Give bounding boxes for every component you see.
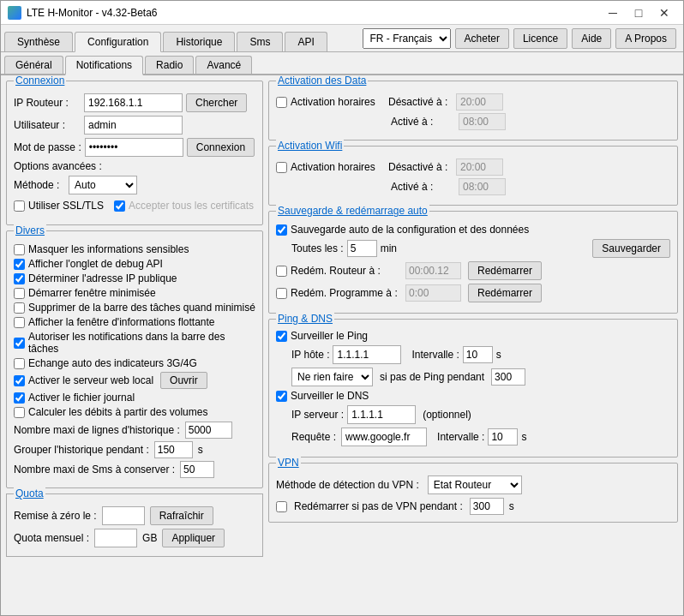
vpn-redem-unit: s: [509, 500, 514, 512]
chercher-button[interactable]: Chercher: [186, 93, 247, 112]
ping-checkbox[interactable]: [276, 331, 287, 342]
left-panel: Connexion IP Routeur : Chercher Utilisat…: [6, 81, 263, 610]
grouper-input[interactable]: [154, 441, 193, 458]
ip-hote-input[interactable]: [333, 345, 401, 364]
divers-cb-4[interactable]: [14, 302, 25, 314]
active-label: Activé à :: [391, 116, 455, 128]
toutes-label: Toutes les :: [291, 242, 344, 254]
divers-cb-2[interactable]: [14, 273, 25, 284]
sauv-auto-checkbox[interactable]: [276, 224, 287, 236]
ssl-checkbox[interactable]: [14, 200, 25, 212]
ip-hote-label: IP hôte :: [291, 349, 329, 361]
act-data-checkbox[interactable]: [276, 97, 287, 108]
divers-cb-8[interactable]: [14, 375, 25, 386]
methode-label: Méthode :: [14, 179, 65, 191]
licence-button[interactable]: Licence: [513, 28, 567, 49]
tab-historique[interactable]: Historique: [163, 32, 235, 51]
accept-checkbox[interactable]: [114, 200, 125, 212]
tab-sms[interactable]: Sms: [237, 32, 283, 51]
requete-input[interactable]: [341, 428, 427, 446]
connexion-title[interactable]: Connexion: [14, 75, 66, 87]
redem-prog-input[interactable]: [405, 284, 461, 302]
divers-cb-0[interactable]: [14, 244, 25, 255]
active-input[interactable]: [459, 113, 506, 130]
redemarrer2-button[interactable]: Redémarrer: [468, 284, 542, 302]
ssl-label: Utiliser SSL/TLS: [28, 200, 104, 212]
nb-sms-input[interactable]: [180, 461, 214, 478]
divers-cb-1[interactable]: [14, 259, 25, 270]
vpn-methode-select[interactable]: Etat Routeur IP Externe: [428, 475, 522, 494]
language-select[interactable]: FR - Français: [363, 28, 451, 49]
ip-serveur-input[interactable]: [347, 405, 416, 424]
sub-tab-radio[interactable]: Radio: [145, 56, 194, 74]
redem-routeur-input[interactable]: [405, 262, 461, 279]
intervalle-input[interactable]: [463, 346, 493, 363]
sauvegarder-button[interactable]: Sauvegarder: [592, 239, 670, 258]
remise-input[interactable]: [102, 506, 145, 525]
close-button[interactable]: ✕: [652, 3, 676, 22]
divers-cb-3[interactable]: [14, 288, 25, 299]
vpn-methode-label: Méthode de détection du VPN :: [276, 479, 419, 491]
maximize-button[interactable]: □: [627, 3, 651, 22]
vpn-redem-checkbox[interactable]: [276, 501, 287, 512]
sauv-auto-label: Sauvegarde auto de la configuration et d…: [291, 224, 529, 236]
minimize-button[interactable]: ─: [601, 3, 625, 22]
sub-tab-avance[interactable]: Avancé: [195, 56, 252, 74]
vpn-title[interactable]: VPN: [276, 457, 301, 469]
act-data-label: Activation horaires: [291, 96, 385, 108]
active-wifi-input[interactable]: [459, 178, 506, 195]
redem-prog-checkbox[interactable]: [276, 288, 287, 299]
si-pas-input[interactable]: [491, 368, 525, 386]
title-bar: LTE H-Monitor - v4.32-Beta6 ─ □ ✕: [1, 1, 683, 25]
pass-label: Mot de passe :: [14, 141, 81, 153]
action-select[interactable]: Ne rien faire Redémarrer Reconnecter: [291, 368, 373, 386]
divers-cb-7[interactable]: [14, 358, 25, 369]
acheter-button[interactable]: Acheter: [455, 28, 509, 49]
divers-label-1: Afficher l'onglet de debug API: [28, 258, 163, 270]
intervalle2-input[interactable]: [488, 428, 518, 446]
desactive-wifi-input[interactable]: [456, 158, 503, 176]
tab-configuration[interactable]: Configuration: [75, 32, 161, 52]
nb-lignes-input[interactable]: [185, 422, 232, 439]
tab-api[interactable]: API: [285, 32, 327, 51]
ouvrir-button[interactable]: Ouvrir: [160, 372, 207, 389]
connexion-button[interactable]: Connexion: [187, 138, 255, 157]
divers-label-6: Autoriser les notifications dans la barr…: [28, 331, 255, 355]
toutes-input[interactable]: [347, 240, 377, 257]
tab-synthese[interactable]: Synthèse: [4, 32, 73, 51]
redem-routeur-checkbox[interactable]: [276, 266, 287, 277]
remise-label: Remise à zéro le :: [14, 510, 97, 522]
user-input[interactable]: [84, 116, 183, 135]
activation-data-title[interactable]: Activation des Data: [276, 75, 368, 87]
ip-input[interactable]: [84, 93, 183, 112]
apropos-button[interactable]: A Propos: [615, 28, 676, 49]
desactive-input[interactable]: [456, 93, 503, 111]
methode-select[interactable]: Auto Manuel: [69, 176, 137, 194]
divers-cb-5[interactable]: [14, 317, 25, 328]
dns-checkbox[interactable]: [276, 391, 287, 402]
desactive-label: Désactivé à :: [388, 96, 453, 108]
vpn-redem-input[interactable]: [470, 498, 504, 515]
divers-cb-10[interactable]: [14, 407, 25, 418]
quota-mensuel-input[interactable]: [94, 529, 137, 547]
sauvegarde-title[interactable]: Sauvegarde & redémarrage auto: [276, 205, 429, 217]
intervalle2-unit: s: [521, 431, 526, 443]
pass-input[interactable]: [85, 138, 183, 157]
appliquer-button[interactable]: Appliquer: [162, 529, 225, 547]
sub-tab-general[interactable]: Général: [4, 56, 63, 74]
divers-cb-9[interactable]: [14, 392, 25, 404]
accept-label: Accepter tous les certificats: [129, 200, 254, 212]
divers-label-0: Masquer les informations sensibles: [28, 243, 189, 255]
quota-title[interactable]: Quota: [14, 487, 45, 499]
activation-wifi-title[interactable]: Activation Wifi: [276, 140, 344, 152]
act-wifi-checkbox[interactable]: [276, 162, 287, 173]
aide-button[interactable]: Aide: [572, 28, 611, 49]
sub-tab-notifications[interactable]: Notifications: [65, 56, 143, 75]
ping-dns-title[interactable]: Ping & DNS: [276, 313, 334, 325]
rafraichir-button[interactable]: Rafraîchir: [150, 506, 213, 525]
divers-cb-6[interactable]: [14, 338, 25, 349]
divers-title[interactable]: Divers: [14, 224, 46, 236]
sub-tab-row: Général Notifications Radio Avancé: [1, 52, 683, 75]
redemarrer1-button[interactable]: Redémarrer: [468, 261, 542, 280]
divers-group: Divers Masquer les informations sensible…: [6, 230, 263, 488]
